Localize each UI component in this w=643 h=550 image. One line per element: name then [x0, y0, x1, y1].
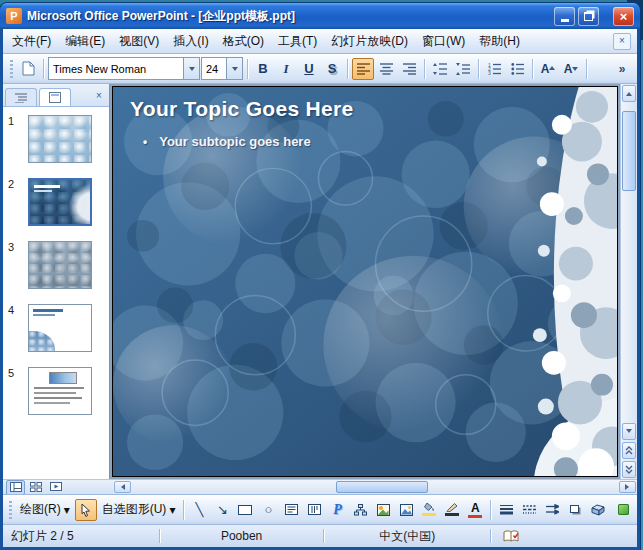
restore-button[interactable]: [578, 7, 599, 26]
decrease-font-size-button[interactable]: A: [560, 58, 582, 80]
line-color-icon[interactable]: [441, 499, 463, 521]
language-indicator[interactable]: 中文(中国): [324, 528, 490, 545]
slide-indicator: 幻灯片 2 / 5: [3, 528, 159, 545]
menu-format[interactable]: 格式(O): [216, 30, 271, 53]
slide-editor-area: Your Topic Goes Here • Your subtopic goe…: [110, 84, 637, 479]
title-bar[interactable]: P Microsoft Office PowerPoint - [企业ppt模板…: [0, 3, 640, 29]
slide-number: 2: [3, 178, 28, 226]
vertical-scrollbar[interactable]: [620, 84, 637, 479]
font-name-combo[interactable]: Times New Roman: [48, 57, 200, 80]
line-style-icon[interactable]: [495, 499, 517, 521]
scroll-up-arrow-icon[interactable]: [622, 85, 636, 102]
menu-help[interactable]: 帮助(H): [472, 30, 527, 53]
slide-canvas[interactable]: Your Topic Goes Here • Your subtopic goe…: [112, 86, 618, 477]
slide-number: 5: [3, 367, 28, 415]
vertical-scroll-track[interactable]: [621, 103, 637, 422]
wordart-icon[interactable]: P: [326, 499, 348, 521]
bullet-marker: •: [143, 135, 147, 149]
slide-2-thumbnail-selected[interactable]: [28, 178, 92, 226]
menu-insert[interactable]: 插入(I): [166, 30, 215, 53]
line-spacing-decrease-icon[interactable]: [452, 58, 474, 80]
draw-menu-button[interactable]: 绘图(R) ▾: [16, 499, 74, 521]
chevron-down-icon: ▾: [64, 503, 70, 517]
thumb-text-line: [33, 309, 63, 312]
slide-sorter-view-icon[interactable]: [26, 480, 45, 495]
line-tool-icon[interactable]: ╲: [188, 499, 210, 521]
font-size-combo[interactable]: 24: [201, 57, 243, 80]
chevron-down-icon[interactable]: [226, 58, 242, 79]
slide-title[interactable]: Your Topic Goes Here: [130, 97, 353, 121]
horizontal-scroll-track[interactable]: [132, 480, 618, 494]
slide-1-thumbnail[interactable]: [28, 115, 92, 163]
menu-window[interactable]: 窗口(W): [415, 30, 472, 53]
previous-slide-button[interactable]: [622, 442, 636, 459]
toolbar-options-chevron-icon[interactable]: »: [611, 58, 633, 80]
slideshow-view-icon[interactable]: [46, 480, 65, 495]
slide-3-thumbnail[interactable]: [28, 241, 92, 289]
diagram-icon[interactable]: [349, 499, 371, 521]
menu-edit[interactable]: 编辑(E): [58, 30, 112, 53]
normal-view-icon[interactable]: [6, 480, 25, 495]
slide-subtopic[interactable]: • Your subtopic goes here: [143, 134, 311, 149]
arrow-style-icon[interactable]: [541, 499, 563, 521]
bullets-button[interactable]: [506, 58, 528, 80]
underline-button[interactable]: U: [298, 58, 320, 80]
new-document-icon[interactable]: [17, 58, 39, 80]
shadow-button[interactable]: S: [321, 58, 343, 80]
toolbar-grip[interactable]: [10, 60, 13, 78]
shadow-style-icon[interactable]: [564, 499, 586, 521]
slide-number: 4: [3, 304, 28, 352]
menu-slideshow[interactable]: 幻灯片放映(D): [324, 30, 415, 53]
scroll-left-arrow-icon[interactable]: [114, 481, 131, 493]
select-arrow-icon[interactable]: [75, 499, 97, 521]
align-center-button[interactable]: [375, 58, 397, 80]
picture-icon[interactable]: [395, 499, 417, 521]
fill-color-icon[interactable]: [418, 499, 440, 521]
menu-tools[interactable]: 工具(T): [271, 30, 324, 53]
rectangle-tool-icon[interactable]: [234, 499, 256, 521]
green-gem-icon[interactable]: [612, 499, 634, 521]
scroll-right-arrow-icon[interactable]: [619, 481, 636, 493]
align-right-button[interactable]: [398, 58, 420, 80]
slide-4-thumbnail[interactable]: [28, 304, 92, 352]
font-color-icon[interactable]: A: [464, 499, 486, 521]
thumb-bubble-corner: [29, 331, 55, 351]
vertical-textbox-tool-icon[interactable]: [303, 499, 325, 521]
pane-close-icon[interactable]: ×: [91, 88, 107, 104]
slide-5-thumbnail[interactable]: [28, 367, 92, 415]
close-button[interactable]: ×: [613, 7, 634, 26]
textbox-tool-icon[interactable]: [280, 499, 302, 521]
line-spacing-increase-icon[interactable]: [429, 58, 451, 80]
next-slide-button[interactable]: [622, 461, 636, 478]
thumb-text-line: [34, 402, 70, 404]
menu-file[interactable]: 文件(F): [5, 30, 58, 53]
increase-font-size-button[interactable]: A: [537, 58, 559, 80]
oval-tool-icon[interactable]: ○: [257, 499, 279, 521]
scroll-down-arrow-icon[interactable]: [622, 423, 636, 440]
spellcheck-book-icon[interactable]: [491, 530, 531, 543]
arrow-tool-icon[interactable]: ↘: [211, 499, 233, 521]
threed-style-icon[interactable]: [587, 499, 609, 521]
tab-slides[interactable]: [39, 88, 71, 106]
slide-wrapper: Your Topic Goes Here • Your subtopic goe…: [110, 84, 620, 479]
thumb-text-line: [34, 387, 84, 389]
chevron-down-icon[interactable]: [183, 58, 199, 79]
menu-view[interactable]: 视图(V): [112, 30, 166, 53]
bold-button[interactable]: B: [252, 58, 274, 80]
subtopic-text: Your subtopic goes here: [159, 134, 310, 149]
vertical-scroll-thumb[interactable]: [622, 111, 636, 191]
horizontal-scroll-thumb[interactable]: [336, 481, 428, 493]
design-template-name[interactable]: Pooben: [160, 529, 323, 543]
clipart-icon[interactable]: [372, 499, 394, 521]
numbering-button[interactable]: 123: [483, 58, 505, 80]
align-left-button[interactable]: [352, 58, 374, 80]
toolbar-grip[interactable]: [9, 501, 12, 519]
dash-style-icon[interactable]: [518, 499, 540, 521]
minimize-button[interactable]: [554, 7, 575, 26]
tab-outline[interactable]: [5, 88, 37, 106]
document-close-button[interactable]: ×: [613, 33, 631, 50]
horizontal-scrollbar[interactable]: [113, 479, 637, 494]
autoshapes-menu-button[interactable]: 自选图形(U) ▾: [98, 499, 180, 521]
italic-button[interactable]: I: [275, 58, 297, 80]
line-color-swatch: [445, 513, 459, 516]
